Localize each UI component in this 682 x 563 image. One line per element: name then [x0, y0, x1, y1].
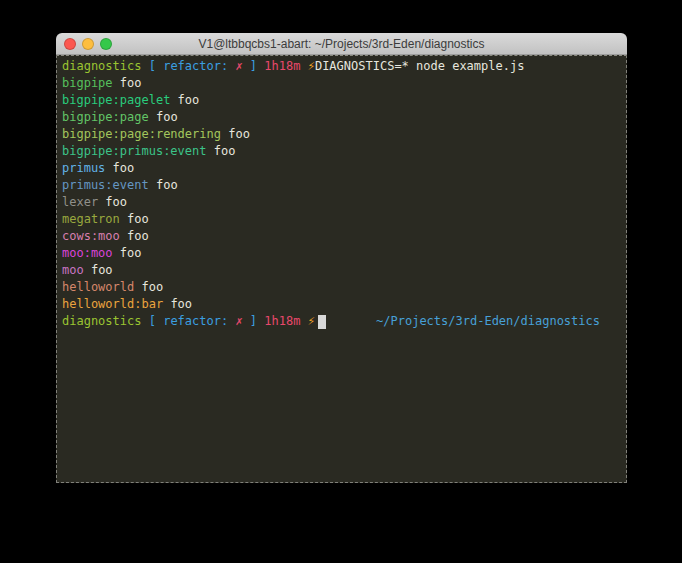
namespace: moo [62, 263, 84, 277]
log-message: foo [105, 161, 134, 175]
log-line: primus foo [62, 160, 622, 177]
log-line: lexer foo [62, 194, 622, 211]
titlebar[interactable]: V1@ltbbqcbs1-abart: ~/Projects/3rd-Eden/… [56, 33, 627, 55]
namespace: megatron [62, 212, 120, 226]
command-text: DIAGNOSTICS=* node example.js [315, 59, 525, 73]
log-message: foo [207, 144, 236, 158]
log-line: moo foo [62, 262, 622, 279]
terminal-lines: diagnostics [ refactor: ✗ ] 1h18m ⚡DIAGN… [62, 58, 622, 330]
log-message: foo [113, 246, 142, 260]
namespace: cows:moo [62, 229, 120, 243]
terminal-screen[interactable]: diagnostics [ refactor: ✗ ] 1h18m ⚡DIAGN… [56, 55, 627, 483]
prompt-elapsed: 1h18m [264, 59, 300, 73]
log-line: bigpipe:page:rendering foo [62, 126, 622, 143]
terminal-cursor [318, 315, 326, 329]
namespace: helloworld [62, 280, 134, 294]
namespace: primus:event [62, 178, 149, 192]
log-message: foo [221, 127, 250, 141]
namespace: helloworld:bar [62, 297, 163, 311]
prompt-symbol: ⚡ [300, 59, 314, 73]
namespace: bigpipe [62, 76, 113, 90]
prompt-symbol: ⚡ [300, 314, 314, 328]
log-line: megatron foo [62, 211, 622, 228]
log-line: moo:moo foo [62, 245, 622, 262]
window-controls [64, 33, 112, 54]
log-message: foo [163, 297, 192, 311]
log-line: bigpipe:pagelet foo [62, 92, 622, 109]
log-message: foo [149, 178, 178, 192]
log-message: foo [134, 280, 163, 294]
terminal-window: V1@ltbbqcbs1-abart: ~/Projects/3rd-Eden/… [56, 33, 627, 483]
namespace: lexer [62, 195, 98, 209]
prompt-branch-close: ] [243, 59, 265, 73]
log-message: foo [170, 93, 199, 107]
log-message: foo [113, 76, 142, 90]
namespace: bigpipe:primus:event [62, 144, 207, 158]
prompt-dir: diagnostics [62, 59, 141, 73]
shell-prompt-line: diagnostics [ refactor: ✗ ] 1h18m ⚡~/Pro… [62, 313, 622, 330]
prompt-dir: diagnostics [62, 314, 141, 328]
namespace: bigpipe:page [62, 110, 149, 124]
log-line: bigpipe:page foo [62, 109, 622, 126]
prompt-branch: [ refactor: [141, 59, 235, 73]
log-line: helloworld foo [62, 279, 622, 296]
log-line: bigpipe:primus:event foo [62, 143, 622, 160]
log-message: foo [98, 195, 127, 209]
close-button[interactable] [64, 38, 76, 50]
prompt-branch-close: ] [243, 314, 265, 328]
prompt-elapsed: 1h18m [264, 314, 300, 328]
log-message: foo [120, 229, 149, 243]
namespace: primus [62, 161, 105, 175]
prompt-dirty-mark: ✗ [235, 314, 242, 328]
log-line: helloworld:bar foo [62, 296, 622, 313]
log-line: primus:event foo [62, 177, 622, 194]
namespace: bigpipe:page:rendering [62, 127, 221, 141]
log-message: foo [84, 263, 113, 277]
namespace: moo:moo [62, 246, 113, 260]
log-message: foo [149, 110, 178, 124]
prompt-dirty-mark: ✗ [235, 59, 242, 73]
log-message: foo [120, 212, 149, 226]
minimize-button[interactable] [82, 38, 94, 50]
zoom-button[interactable] [100, 38, 112, 50]
working-directory-path: ~/Projects/3rd-Eden/diagnostics [376, 313, 600, 330]
window-title: V1@ltbbqcbs1-abart: ~/Projects/3rd-Eden/… [198, 37, 484, 51]
shell-prompt-line: diagnostics [ refactor: ✗ ] 1h18m ⚡DIAGN… [62, 58, 622, 75]
namespace: bigpipe:pagelet [62, 93, 170, 107]
log-line: cows:moo foo [62, 228, 622, 245]
log-line: bigpipe foo [62, 75, 622, 92]
prompt-branch: [ refactor: [141, 314, 235, 328]
